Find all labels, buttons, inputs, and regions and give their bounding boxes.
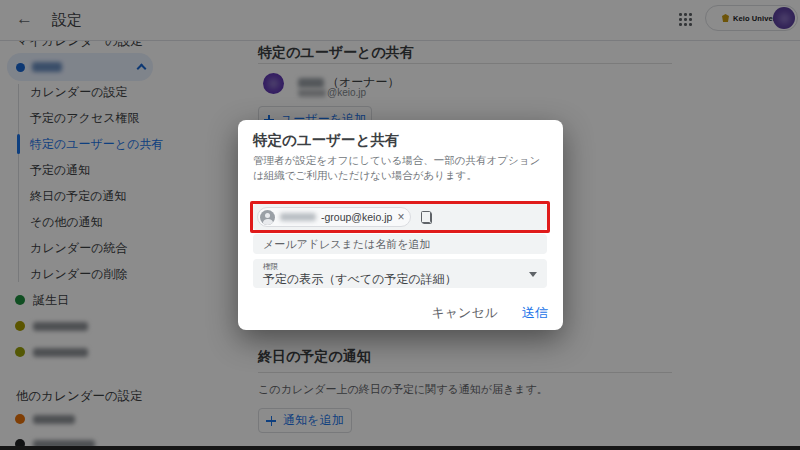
annotation-highlight-box (250, 201, 550, 233)
permission-select-value: 予定の表示（すべての予定の詳細） (263, 271, 457, 288)
send-button[interactable]: 送信 (522, 304, 548, 322)
dialog-description: 管理者が設定をオフにしている場合、一部の共有オプションは組織でご利用いただけない… (253, 153, 549, 183)
caret-down-icon (529, 272, 537, 277)
add-email-input[interactable] (253, 234, 547, 254)
cancel-button[interactable]: キャンセル (431, 304, 498, 322)
calendar-settings-screen: マイカレンダーの設定 カレンダーの設定 予定のアクセス権限 特定のユーザーとの共… (0, 0, 800, 450)
dialog-actions: キャンセル 送信 (431, 304, 548, 322)
screen-bottom-edge (0, 446, 800, 450)
dialog-title: 特定のユーザーと共有 (253, 131, 399, 150)
permission-select[interactable]: 権限 予定の表示（すべての予定の詳細） (253, 259, 547, 288)
